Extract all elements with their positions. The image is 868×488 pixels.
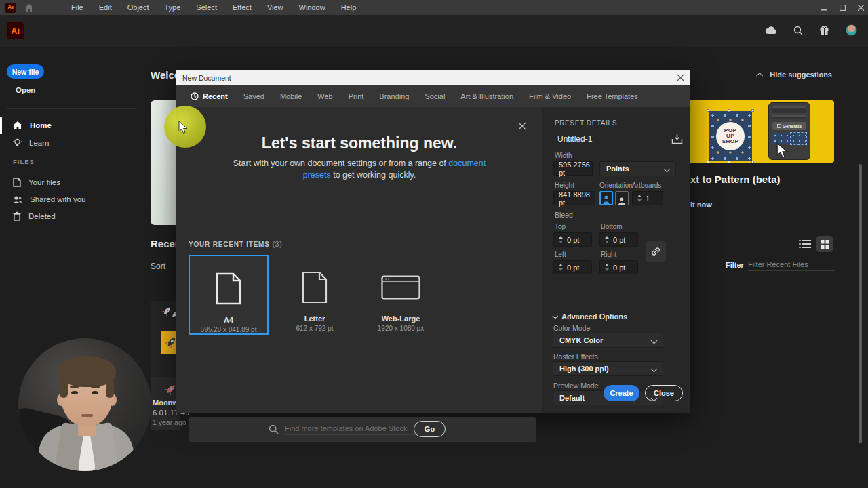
list-view-icon[interactable] xyxy=(799,239,811,249)
menu-help[interactable]: Help xyxy=(341,3,357,12)
tab-web[interactable]: Web xyxy=(317,92,332,100)
menu-effect[interactable]: Effect xyxy=(233,3,252,12)
search-icon[interactable] xyxy=(793,26,803,35)
menu-file[interactable]: File xyxy=(71,3,83,12)
dialog-content: Let's start something new. Start with yo… xyxy=(176,107,542,413)
bleed-link-toggle[interactable] xyxy=(646,241,666,262)
preset-dims: 612 x 792 pt xyxy=(296,325,333,332)
mouse-cursor xyxy=(178,121,189,134)
gift-icon[interactable] xyxy=(819,25,829,35)
filter-input[interactable]: Filter Recent Files xyxy=(748,260,834,271)
new-file-button[interactable]: New file xyxy=(7,64,44,79)
sort-label[interactable]: Sort xyxy=(151,262,165,271)
bleed-bottom-input[interactable]: 0 pt xyxy=(599,232,638,247)
orientation-portrait-button[interactable] xyxy=(599,191,613,205)
sidebar-item-shared[interactable]: Shared with you xyxy=(0,190,146,208)
chevron-up-icon xyxy=(756,72,763,79)
sidebar-item-learn[interactable]: Learn xyxy=(0,134,146,152)
raster-effects-dropdown[interactable]: High (300 ppi) xyxy=(553,361,663,376)
close-icon[interactable] xyxy=(858,5,864,11)
pattern-thumb-selected[interactable] xyxy=(791,133,807,144)
width-input[interactable]: 595.2756 pt xyxy=(553,161,593,176)
preset-tile-a4[interactable]: A4 595.28 x 841.89 pt xyxy=(189,255,269,335)
height-label: Height xyxy=(555,182,574,189)
go-button[interactable]: Go xyxy=(414,421,446,437)
files-section-header: FILES xyxy=(13,158,35,165)
panel-scrollbar[interactable] xyxy=(859,164,862,443)
user-avatar[interactable] xyxy=(846,24,857,36)
bleed-left-input[interactable]: 0 pt xyxy=(553,260,592,274)
close-button[interactable]: Close xyxy=(645,385,683,401)
orientation-landscape-button[interactable] xyxy=(615,191,629,205)
person-hair xyxy=(60,378,68,398)
bleed-right-input[interactable]: 0 pt xyxy=(599,260,638,274)
view-toggle xyxy=(799,236,833,252)
maximize-icon[interactable] xyxy=(840,5,846,11)
menu-view[interactable]: View xyxy=(267,3,283,12)
units-dropdown[interactable]: Points xyxy=(599,161,676,176)
artboards-stepper[interactable]: 1 xyxy=(632,191,663,205)
preset-name: A4 xyxy=(224,316,233,324)
dialog-close-icon[interactable] xyxy=(676,73,685,82)
bleed-top-input[interactable]: 0 pt xyxy=(553,232,592,247)
portrait-orientation-icon xyxy=(603,195,610,204)
sidebar-divider xyxy=(7,108,136,109)
tab-print[interactable]: Print xyxy=(349,92,364,100)
advanced-options-toggle[interactable]: Advanced Options xyxy=(553,312,627,321)
menu-object[interactable]: Object xyxy=(127,3,149,12)
sidebar-learn-label: Learn xyxy=(29,139,49,147)
minimize-icon[interactable] xyxy=(821,5,827,11)
chain-link-icon xyxy=(651,247,660,256)
sidebar-item-deleted[interactable]: Deleted xyxy=(0,207,146,225)
selection-handle xyxy=(751,161,754,163)
template-search-input[interactable]: Find more templates on Adobe Stock xyxy=(285,424,417,435)
popup-shop-poster: POP UP SHOP xyxy=(709,111,752,161)
color-mode-dropdown[interactable]: CMYK Color xyxy=(553,333,663,348)
portrait-document-icon xyxy=(216,272,241,305)
chevron-down-icon xyxy=(651,338,658,344)
cloud-icon[interactable] xyxy=(765,26,777,35)
preset-tile-web-large[interactable]: Web-Large 1920 x 1080 px xyxy=(361,255,441,335)
advanced-options-label: Advanced Options xyxy=(561,312,627,321)
trash-icon xyxy=(13,211,21,221)
tab-art-illustration[interactable]: Art & Illustration xyxy=(460,92,513,100)
grid-view-icon[interactable] xyxy=(816,236,833,252)
chevron-down-icon xyxy=(552,313,557,319)
sidebar-your-files-label: Your files xyxy=(28,178,60,186)
banner-close-icon[interactable] xyxy=(518,122,526,130)
tab-social[interactable]: Social xyxy=(425,92,445,100)
tab-mobile[interactable]: Mobile xyxy=(280,92,302,100)
open-button[interactable]: Open xyxy=(16,86,35,94)
suggestion-title: xt to Pattern (beta) xyxy=(690,174,781,185)
document-name-input[interactable]: Untitled-1 xyxy=(555,131,665,148)
suggestion-banner[interactable]: POP UP SHOP Generate xyxy=(690,100,834,163)
dialog-titlebar[interactable]: New Document xyxy=(176,70,690,85)
stepper-arrows[interactable] xyxy=(637,195,642,202)
generate-panel: Generate xyxy=(768,102,810,160)
bleed-left-label: Left xyxy=(555,251,566,258)
menu-window[interactable]: Window xyxy=(299,3,326,12)
menu-edit[interactable]: Edit xyxy=(99,3,112,12)
tab-free-templates[interactable]: Free Templates xyxy=(587,92,638,100)
sidebar-item-your-files[interactable]: Your files xyxy=(0,174,146,191)
preset-name: Letter xyxy=(304,314,326,323)
try-it-now-button[interactable]: it now xyxy=(690,201,712,209)
hide-suggestions-button[interactable]: Hide suggestions xyxy=(758,70,832,79)
tab-branding[interactable]: Branding xyxy=(379,92,409,100)
landscape-orientation-icon xyxy=(618,197,626,205)
selection-handle xyxy=(728,109,730,112)
preset-tile-letter[interactable]: Letter 612 x 792 pt xyxy=(275,255,355,335)
sidebar-item-home[interactable]: Home xyxy=(0,117,146,134)
create-button[interactable]: Create xyxy=(604,385,639,401)
height-input[interactable]: 841.8898 pt xyxy=(553,191,595,205)
home-icon-titlebar[interactable] xyxy=(25,4,33,12)
save-preset-icon[interactable] xyxy=(671,133,683,144)
raster-effects-label: Raster Effects xyxy=(553,352,598,361)
tab-film-video[interactable]: Film & Video xyxy=(529,92,571,100)
menu-select[interactable]: Select xyxy=(196,3,217,12)
tab-recent[interactable]: Recent xyxy=(191,92,228,100)
generate-button[interactable]: Generate xyxy=(772,122,806,130)
sparkle-icon xyxy=(777,124,781,128)
menu-type[interactable]: Type xyxy=(165,3,181,12)
tab-saved[interactable]: Saved xyxy=(243,92,264,100)
